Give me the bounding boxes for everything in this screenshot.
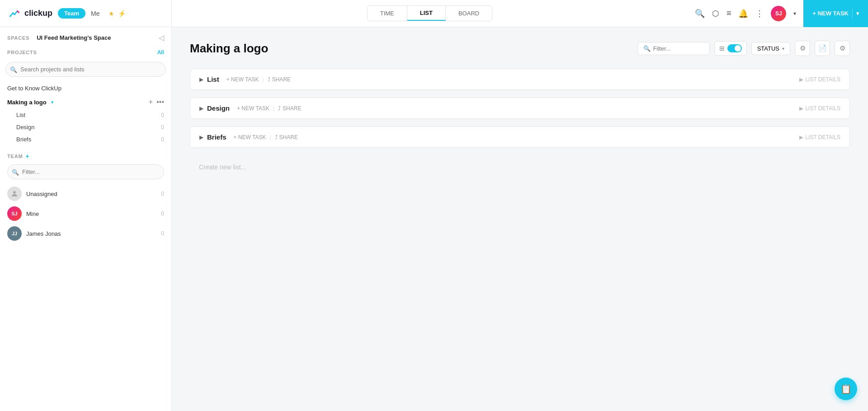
fab-button[interactable]: 📋 [835,378,857,400]
share-button[interactable]: ⤴ SHARE [278,105,301,112]
search-input[interactable] [5,62,166,77]
logo[interactable]: clickup [7,6,52,21]
team-header: TEAM + [7,153,164,160]
share-button[interactable]: ⤴ SHARE [275,134,298,140]
star-icon[interactable]: ★ [108,10,114,17]
project-search-box: 🔍 [5,62,166,77]
share-icon: ⤴ [275,134,278,140]
projects-label: PROJECTS [7,50,37,55]
tab-list[interactable]: LIST [407,6,446,21]
list-item-briefs[interactable]: Briefs 0 [0,133,171,145]
list-section-briefs: ▶ Briefs + NEW TASK | ⤴ SHARE ▶ LIST DET… [190,126,850,148]
logo-icon [7,6,22,21]
new-task-link[interactable]: + NEW TASK [226,76,259,83]
team-member-mine[interactable]: SJ Mine 0 [7,204,164,224]
folder-name: Making a logo [7,99,47,106]
divider: | [263,76,264,83]
list-section-list: ▶ List + NEW TASK | ⤴ SHARE ▶ LIST DETAI… [190,69,850,90]
list-count: 0 [161,136,164,143]
new-task-link[interactable]: + NEW TASK [237,105,269,112]
list-name: List [207,75,219,83]
header-actions: 🔍 ⊞ STATUS ▾ ⚙ [637,41,850,56]
space-name[interactable]: UI Feed Marketing's Space [37,34,111,41]
list-section-design: ▶ Design + NEW TASK | ⤴ SHARE ▶ LIST DET… [190,98,850,119]
filter-icon-button[interactable]: ⚙ [795,41,810,56]
folder-actions: + ••• [149,98,164,106]
status-chevron-icon: ▾ [782,46,784,51]
tab-board[interactable]: BOARD [446,6,492,21]
chevron-down-icon[interactable]: ▾ [793,10,796,17]
projects-all[interactable]: All [157,49,164,56]
list-chevron-icon[interactable]: ▶ [199,76,203,83]
list-item-design[interactable]: Design 0 [0,121,171,133]
bolt-icon[interactable]: ⚡ [118,10,126,17]
bell-icon[interactable]: 🔔 [738,9,748,19]
list-name: Design [207,104,230,112]
folder-arrow-icon: ▾ [51,99,54,105]
toggle-knob [735,45,741,51]
settings-icon-button[interactable]: ⚙ [835,41,850,56]
main-content: Making a logo 🔍 ⊞ STATUS ▾ [172,27,868,411]
member-name: Unassigned [26,191,57,197]
status-button[interactable]: STATUS ▾ [751,42,790,55]
create-new-list[interactable]: Create new list... [190,155,850,179]
folder-add-icon[interactable]: + [149,98,153,106]
list-details-button[interactable]: ▶ LIST DETAILS [799,76,840,83]
filter-input[interactable] [653,45,704,52]
fab-icon: 📋 [840,383,852,394]
share-button[interactable]: ⤴ SHARE [268,76,291,83]
list-count: 0 [161,112,164,118]
list-details-button[interactable]: ▶ LIST DETAILS [799,134,840,140]
team-section: TEAM + 🔍 Unassigned 0 [0,145,171,247]
nav-tabs: TIME LIST BOARD [367,5,492,21]
member-count: 0 [161,230,164,237]
me-label[interactable]: Me [91,10,99,17]
sidebar-collapse-icon[interactable]: ◁ [159,33,164,42]
mine-avatar: SJ [7,206,22,221]
project-folder-making-a-logo[interactable]: Making a logo ▾ + ••• [0,95,171,109]
list-name: Briefs [207,133,226,141]
toggle-button[interactable]: ⊞ [714,41,747,56]
team-member-unassigned[interactable]: Unassigned 0 [7,184,164,204]
member-count: 0 [161,191,164,197]
list-icon[interactable]: ≡ [726,9,731,18]
list-section-header: ▶ Briefs + NEW TASK | ⤴ SHARE ▶ LIST DET… [190,127,849,148]
list-chevron-icon[interactable]: ▶ [199,105,203,112]
new-task-chevron-icon: ▾ [856,10,859,17]
more-icon[interactable]: ⋮ [755,9,764,19]
list-chevron-icon[interactable]: ▶ [199,134,203,140]
james-avatar: JJ [7,226,22,241]
new-task-link[interactable]: + NEW TASK [234,134,266,140]
nav-left: clickup Team Me ★ ⚡ [0,0,172,27]
filter-search-icon: 🔍 [643,45,651,52]
document-icon-button[interactable]: 📄 [815,41,830,56]
project-item-get-to-know[interactable]: Get to Know ClickUp [0,81,171,95]
team-add-icon[interactable]: + [25,153,29,160]
cube-icon[interactable]: ⬡ [712,9,719,19]
list-section-header: ▶ List + NEW TASK | ⤴ SHARE ▶ LIST DETAI… [190,69,849,90]
toggle-switch[interactable] [727,44,742,52]
grid-icon: ⊞ [719,45,725,52]
share-icon: ⤴ [268,76,270,83]
team-member-james[interactable]: JJ James Jonas 0 [7,224,164,243]
team-filter-input[interactable] [7,164,164,179]
layout: SPACES UI Feed Marketing's Space ◁ PROJE… [0,27,868,411]
filter-input-box: 🔍 [637,42,710,55]
new-task-button[interactable]: + NEW TASK ▾ [803,0,868,27]
list-details-button[interactable]: ▶ LIST DETAILS [799,105,840,112]
tab-time[interactable]: TIME [368,6,407,21]
search-icon[interactable]: 🔍 [695,9,705,19]
nav-right: 🔍 ⬡ ≡ 🔔 ⋮ SJ ▾ [688,6,804,21]
spaces-label: SPACES [7,35,29,41]
details-chevron-icon: ▶ [799,105,803,112]
svg-point-0 [13,191,16,194]
member-count: 0 [161,210,164,217]
sidebar: SPACES UI Feed Marketing's Space ◁ PROJE… [0,27,172,411]
search-box-icon: 🔍 [10,66,17,73]
avatar[interactable]: SJ [771,6,786,21]
folder-more-icon[interactable]: ••• [156,98,164,106]
team-badge[interactable]: Team [58,8,85,19]
team-filter-icon: 🔍 [12,168,19,175]
list-item-list[interactable]: List 0 [0,109,171,121]
team-label: TEAM [7,154,23,159]
